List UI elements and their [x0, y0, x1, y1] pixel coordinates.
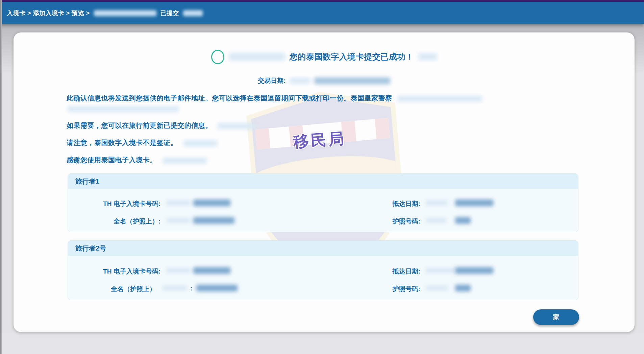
redacted-ghost — [426, 268, 455, 273]
home-button[interactable]: 家 — [533, 309, 579, 325]
note-update: 如果需要，您可以在旅行前更新已提交的信息。 — [67, 121, 255, 130]
passport-number-label: 护照号码: — [348, 285, 420, 293]
note-not-visa: 请注意，泰国数字入境卡不是签证。 — [67, 138, 217, 147]
redacted-ghost — [167, 218, 190, 223]
redacted-passport-number — [455, 217, 471, 224]
redacted-card-number — [193, 267, 230, 274]
redacted-note3-tail — [183, 140, 217, 146]
card-number-label: TH 电子入境卡号码: — [68, 199, 160, 208]
redacted-breadcrumb-text — [94, 10, 156, 16]
note-not-visa-text: 请注意，泰国数字入境卡不是签证。 — [67, 139, 177, 146]
redacted-date-ghost — [290, 78, 310, 84]
note-email-text: 此确认信息也将发送到您提供的电子邮件地址。您可以选择在泰国逗留期间下载或打印一份… — [67, 94, 392, 102]
redacted-full-name — [196, 285, 238, 291]
redacted-breadcrumb-tail — [183, 10, 203, 16]
traveler-card-2: 旅行者2号 TH 电子入境卡号码: 全名（护照上） : 抵达日期: 护照号码: — [68, 240, 578, 300]
full-name-label: 全名（护照上）: — [68, 217, 160, 226]
window-edge — [0, 0, 2, 354]
confirmation-card: 移民局 他 您的泰国数字入境卡提交已成功！ 交易日期: 此确认信息也将发送到您提… — [14, 32, 635, 332]
traveler-2-title: 旅行者2号 — [75, 244, 106, 253]
page-title: 您的泰国数字入境卡提交已成功！ — [290, 51, 414, 62]
redacted-ghost — [426, 200, 448, 206]
redacted-card-number — [193, 199, 230, 206]
redacted-arrival-date — [455, 267, 493, 274]
redacted-arrival-date — [455, 199, 493, 206]
page-footer — [2, 333, 644, 354]
passport-number-label: 护照号码: — [348, 217, 420, 226]
arrival-date-label: 抵达日期: — [348, 199, 420, 208]
breadcrumb-path[interactable]: 入境卡 > 添加入境卡 > 预览 > — [7, 9, 90, 17]
breadcrumb: 入境卡 > 添加入境卡 > 预览 > 已提交 — [7, 9, 203, 17]
breadcrumb-bar: 入境卡 > 添加入境卡 > 预览 > 已提交 — [0, 2, 644, 24]
traveler-1-header: 旅行者1 — [68, 174, 578, 189]
traveler-2-header: 旅行者2号 — [68, 241, 578, 256]
full-name-label: 全名（护照上） — [68, 285, 156, 293]
arrival-date-label: 抵达日期: — [348, 267, 420, 276]
note-email: 此确认信息也将发送到您提供的电子邮件地址。您可以选择在泰国逗留期间下载或打印一份… — [67, 94, 482, 103]
redacted-headline-text — [229, 53, 285, 61]
immigration-bureau-watermark-text: 移民局 — [293, 128, 347, 153]
traveler-card-1: 旅行者1 TH 电子入境卡号码: 全名（护照上）: 抵达日期: 护照号码: — [68, 173, 578, 232]
top-accent-line — [0, 0, 644, 2]
redacted-note4-tail — [163, 158, 207, 164]
redacted-full-name — [193, 217, 234, 224]
redacted-ghost — [167, 200, 190, 206]
full-name-colon: : — [189, 285, 192, 292]
traveler-1-title: 旅行者1 — [75, 177, 99, 186]
redacted-headline-tail — [418, 53, 437, 60]
note-thanks-text: 感谢您使用泰国电子入境卡。 — [67, 156, 157, 164]
breadcrumb-status: 已提交 — [160, 9, 179, 17]
transaction-date-row: 交易日期: — [14, 76, 635, 86]
redacted-note2-tail — [218, 123, 255, 129]
redacted-transaction-date — [314, 77, 390, 84]
success-circle-icon — [211, 50, 224, 64]
transaction-date-label: 交易日期: — [258, 76, 286, 85]
success-row: 您的泰国数字入境卡提交已成功！ — [14, 49, 635, 64]
redacted-ghost — [167, 268, 190, 273]
redacted-ghost — [163, 285, 187, 291]
redacted-passport-number — [455, 285, 471, 291]
redacted-ghost — [426, 218, 446, 223]
redacted-note1-line2 — [68, 106, 179, 112]
note-thanks: 感谢您使用泰国电子入境卡。 — [67, 156, 207, 165]
note-update-text: 如果需要，您可以在旅行前更新已提交的信息。 — [67, 122, 212, 129]
redacted-ghost — [426, 285, 448, 291]
card-number-label: TH 电子入境卡号码: — [68, 267, 160, 276]
redacted-note1-tail — [398, 96, 482, 102]
